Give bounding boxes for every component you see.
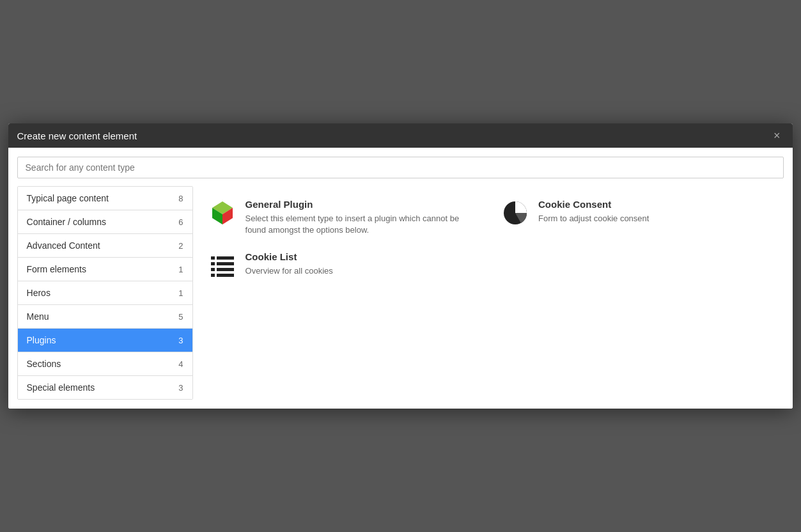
plugin-name: Cookie Consent bbox=[538, 199, 649, 210]
sidebar-item-plugins[interactable]: Plugins 3 bbox=[18, 329, 192, 352]
plugin-item-general-plugin[interactable]: General Plugin Select this element type … bbox=[208, 199, 476, 236]
plugin-info: Cookie Consent Form to adjust cookie con… bbox=[538, 199, 649, 224]
svg-rect-8 bbox=[217, 262, 234, 265]
modal-close-button[interactable]: × bbox=[770, 129, 784, 143]
plugin-info: Cookie List Overview for all cookies bbox=[245, 251, 333, 277]
svg-rect-9 bbox=[211, 268, 215, 271]
list-icon bbox=[208, 251, 237, 279]
sidebar-item-label: Heros bbox=[27, 288, 174, 298]
svg-rect-10 bbox=[217, 268, 234, 271]
sidebar-item-label: Typical page content bbox=[27, 193, 174, 203]
svg-rect-11 bbox=[211, 274, 215, 277]
sidebar-item-count: 4 bbox=[178, 359, 183, 369]
plugin-name: General Plugin bbox=[245, 199, 476, 210]
search-input[interactable] bbox=[17, 157, 784, 178]
svg-rect-5 bbox=[211, 256, 215, 260]
sidebar-item-label: Plugins bbox=[27, 335, 174, 345]
pie-icon bbox=[501, 199, 529, 227]
sidebar-item-count: 1 bbox=[178, 288, 183, 298]
sidebar-item-sections[interactable]: Sections 4 bbox=[18, 352, 192, 376]
plugin-description: Form to adjust cookie consent bbox=[538, 213, 649, 224]
plugin-item-cookie-list[interactable]: Cookie List Overview for all cookies bbox=[208, 251, 476, 279]
sidebar-item-label: Special elements bbox=[27, 382, 174, 393]
plugin-item-cookie-consent[interactable]: Cookie Consent Form to adjust cookie con… bbox=[501, 199, 768, 236]
sidebar-item-special-elements[interactable]: Special elements 3 bbox=[18, 376, 192, 399]
sidebar-item-count: 6 bbox=[178, 217, 183, 227]
create-content-element-modal: Create new content element × Typical pag… bbox=[8, 123, 793, 409]
sidebar-item-menu[interactable]: Menu 5 bbox=[18, 305, 192, 329]
svg-rect-12 bbox=[217, 274, 234, 277]
plugin-name: Cookie List bbox=[245, 251, 333, 262]
plugin-description: Select this element type to insert a plu… bbox=[245, 213, 476, 236]
sidebar-item-label: Advanced Content bbox=[27, 240, 174, 251]
sidebar-item-count: 3 bbox=[178, 336, 183, 345]
category-sidebar: Typical page content 8 Container / colum… bbox=[17, 186, 193, 400]
sidebar-item-heros[interactable]: Heros 1 bbox=[18, 281, 192, 305]
plugins-panel: General Plugin Select this element type … bbox=[193, 186, 784, 400]
sidebar-item-count: 5 bbox=[178, 312, 183, 322]
sidebar-item-typical-page-content[interactable]: Typical page content 8 bbox=[18, 187, 192, 210]
content-area: Typical page content 8 Container / colum… bbox=[17, 186, 784, 400]
sidebar-item-count: 8 bbox=[178, 194, 183, 203]
sidebar-item-label: Container / columns bbox=[27, 217, 174, 227]
modal-header: Create new content element × bbox=[8, 123, 793, 148]
svg-rect-7 bbox=[211, 262, 215, 265]
sidebar-item-count: 1 bbox=[178, 265, 183, 274]
sidebar-item-label: Menu bbox=[27, 311, 174, 322]
plugin-description: Overview for all cookies bbox=[245, 265, 333, 277]
modal-body: Typical page content 8 Container / colum… bbox=[8, 148, 793, 409]
svg-rect-6 bbox=[217, 256, 234, 260]
sidebar-item-container-columns[interactable]: Container / columns 6 bbox=[18, 210, 192, 234]
sidebar-item-label: Sections bbox=[27, 359, 174, 369]
sidebar-item-form-elements[interactable]: Form elements 1 bbox=[18, 258, 192, 281]
modal-title: Create new content element bbox=[17, 130, 137, 141]
cube-icon bbox=[208, 199, 237, 227]
sidebar-item-count: 3 bbox=[178, 383, 183, 393]
sidebar-item-count: 2 bbox=[178, 241, 183, 251]
sidebar-item-advanced-content[interactable]: Advanced Content 2 bbox=[18, 234, 192, 258]
sidebar-item-label: Form elements bbox=[27, 264, 174, 274]
plugin-info: General Plugin Select this element type … bbox=[245, 199, 476, 236]
